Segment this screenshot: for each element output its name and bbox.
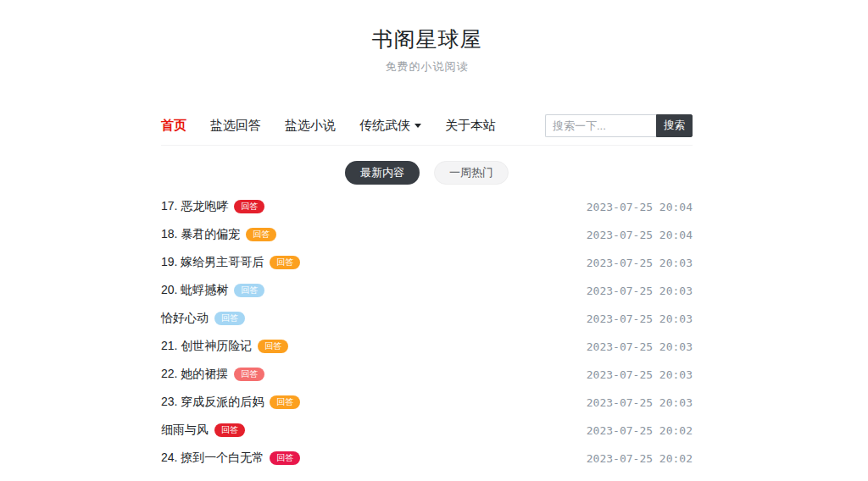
- list-item: 18. 暴君的偏宠 回答 2023-07-25 20:04: [161, 221, 693, 249]
- tab-latest[interactable]: 最新内容: [345, 161, 420, 185]
- page-container: 书阁星球屋 免费的小说阅读 首页 盐选回答 盐选小说 传统武侠 关于本站 搜索 …: [161, 0, 693, 473]
- list-item-left: 恰好心动 回答: [161, 311, 245, 326]
- search-button[interactable]: 搜索: [656, 114, 693, 137]
- list-item: 细雨与风 回答 2023-07-25 20:02: [161, 417, 693, 445]
- list-item-left: 20. 蚍蜉撼树 回答: [161, 283, 264, 298]
- nav-item-traditional-wuxia-dropdown[interactable]: 传统武侠: [359, 118, 421, 134]
- article-title-link[interactable]: 17. 恶龙咆哮: [161, 199, 228, 214]
- article-timestamp: 2023-07-25 20:03: [587, 396, 693, 409]
- article-timestamp: 2023-07-25 20:02: [587, 424, 693, 437]
- nav-item-home[interactable]: 首页: [161, 118, 186, 134]
- site-title: 书阁星球屋: [161, 25, 693, 53]
- article-title-link[interactable]: 19. 嫁给男主哥哥后: [161, 255, 264, 270]
- article-timestamp: 2023-07-25 20:03: [587, 340, 693, 353]
- nav-item-about[interactable]: 关于本站: [445, 118, 496, 134]
- list-item-left: 19. 嫁给男主哥哥后 回答: [161, 255, 300, 270]
- article-timestamp: 2023-07-25 20:03: [587, 257, 693, 269]
- answer-badge: 回答: [270, 451, 300, 465]
- answer-badge: 回答: [270, 395, 300, 409]
- list-item: 23. 穿成反派的后妈 回答 2023-07-25 20:03: [161, 389, 693, 417]
- search-input[interactable]: [545, 114, 656, 137]
- answer-badge: 回答: [270, 256, 300, 269]
- list-item: 20. 蚍蜉撼树 回答 2023-07-25 20:03: [161, 277, 693, 305]
- list-item-left: 细雨与风 回答: [161, 423, 245, 438]
- site-header: 书阁星球屋 免费的小说阅读: [161, 0, 693, 75]
- article-timestamp: 2023-07-25 20:03: [587, 368, 693, 381]
- answer-badge: 回答: [246, 228, 276, 241]
- nav-item-label: 传统武侠: [359, 118, 410, 134]
- article-timestamp: 2023-07-25 20:04: [587, 229, 693, 241]
- answer-badge: 回答: [214, 312, 245, 325]
- article-title-link[interactable]: 细雨与风: [161, 423, 209, 438]
- list-item-left: 23. 穿成反派的后妈 回答: [161, 395, 300, 410]
- article-timestamp: 2023-07-25 20:03: [587, 312, 693, 325]
- tab-weekly-hot[interactable]: 一周热门: [434, 161, 509, 185]
- article-timestamp: 2023-07-25 20:02: [587, 452, 693, 465]
- navbar: 首页 盐选回答 盐选小说 传统武侠 关于本站 搜索: [161, 107, 693, 146]
- list-item: 19. 嫁给男主哥哥后 回答 2023-07-25 20:03: [161, 249, 693, 277]
- nav-item-yanxuan-answers[interactable]: 盐选回答: [210, 118, 261, 134]
- list-item-left: 17. 恶龙咆哮 回答: [161, 199, 264, 214]
- article-title-link[interactable]: 18. 暴君的偏宠: [161, 227, 240, 242]
- site-subtitle: 免费的小说阅读: [161, 59, 693, 75]
- content-tabs: 最新内容 一周热门: [161, 161, 693, 185]
- list-item: 24. 撩到一个白无常 回答 2023-07-25 20:02: [161, 445, 693, 473]
- search-box: 搜索: [545, 114, 693, 137]
- answer-badge: 回答: [234, 200, 264, 213]
- list-item-left: 21. 创世神历险记 回答: [161, 339, 288, 354]
- article-title-link[interactable]: 22. 她的裙摆: [161, 367, 228, 382]
- list-item-left: 24. 撩到一个白无常 回答: [161, 451, 300, 466]
- list-item: 22. 她的裙摆 回答 2023-07-25 20:03: [161, 361, 693, 389]
- chevron-down-icon: [415, 124, 421, 128]
- answer-badge: 回答: [214, 423, 245, 437]
- answer-badge: 回答: [234, 284, 264, 297]
- article-title-link[interactable]: 20. 蚍蜉撼树: [161, 283, 228, 298]
- article-timestamp: 2023-07-25 20:03: [587, 285, 693, 297]
- nav-links: 首页 盐选回答 盐选小说 传统武侠 关于本站: [161, 118, 545, 134]
- article-title-link[interactable]: 恰好心动: [161, 311, 209, 326]
- list-item: 17. 恶龙咆哮 回答 2023-07-25 20:04: [161, 193, 693, 221]
- article-timestamp: 2023-07-25 20:04: [587, 201, 693, 213]
- list-item-left: 18. 暴君的偏宠 回答: [161, 227, 276, 242]
- list-item: 21. 创世神历险记 回答 2023-07-25 20:03: [161, 333, 693, 361]
- list-item: 恰好心动 回答 2023-07-25 20:03: [161, 305, 693, 333]
- article-title-link[interactable]: 23. 穿成反派的后妈: [161, 395, 264, 410]
- answer-badge: 回答: [234, 368, 264, 381]
- article-title-link[interactable]: 21. 创世神历险记: [161, 339, 252, 354]
- article-title-link[interactable]: 24. 撩到一个白无常: [161, 451, 264, 466]
- list-item-left: 22. 她的裙摆 回答: [161, 367, 264, 382]
- answer-badge: 回答: [258, 340, 288, 353]
- article-list: 17. 恶龙咆哮 回答 2023-07-25 20:04 18. 暴君的偏宠 回…: [161, 193, 693, 473]
- nav-item-yanxuan-novels[interactable]: 盐选小说: [285, 118, 336, 134]
